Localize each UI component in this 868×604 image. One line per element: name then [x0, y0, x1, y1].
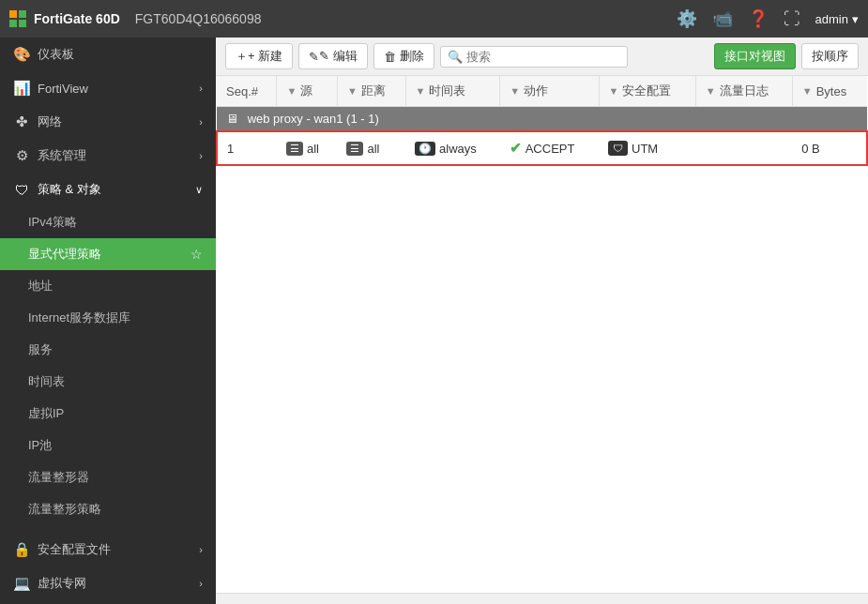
sidebar-sub-label: Internet服务数据库	[28, 310, 130, 326]
sidebar-item-label: FortiView	[38, 82, 88, 96]
policy-icon: 🛡	[13, 182, 30, 198]
policy-table: Seq.# ▼ 源 ▼ 距离	[216, 76, 868, 166]
filter-icon: ▼	[706, 85, 716, 97]
sidebar-sub-label: IPv4策略	[28, 214, 77, 231]
search-input[interactable]	[466, 50, 620, 64]
order-label: 按顺序	[812, 48, 848, 65]
cell-traffic-log	[695, 131, 792, 165]
sidebar-item-explicit-proxy[interactable]: 显式代理策略 ☆	[0, 238, 216, 270]
view-label: 接口对视图	[724, 48, 785, 65]
chevron-right-icon: ›	[199, 116, 203, 128]
chevron-right-icon: ›	[199, 150, 203, 161]
sidebar-sub-label: 地址	[28, 278, 53, 294]
network-icon: ✤	[13, 113, 30, 130]
sidebar-item-security-config[interactable]: 🔒 安全配置文件 ›	[0, 533, 216, 566]
sidebar-item-dashboard[interactable]: 🎨 仪表板	[0, 38, 216, 71]
admin-label: admin	[815, 12, 848, 26]
sidebar-item-address[interactable]: 地址	[0, 270, 216, 302]
sidebar-sub-label: 显式代理策略	[28, 246, 101, 263]
accept-check-icon: ✔	[510, 140, 522, 157]
cell-seq: 1	[217, 131, 277, 165]
search-icon: 🔍	[448, 50, 463, 64]
delete-button[interactable]: 🗑 删除	[373, 43, 434, 69]
col-schedule[interactable]: ▼ 时间表	[405, 76, 500, 107]
sidebar-item-ipv4[interactable]: IPv4策略	[0, 206, 216, 238]
admin-chevron-icon: ▾	[852, 12, 859, 26]
sidebar-item-label: 仪表板	[38, 46, 74, 63]
sidebar-sub-label: IP池	[28, 437, 52, 454]
sidebar-item-service[interactable]: 服务	[0, 334, 216, 366]
sidebar-item-vip[interactable]: 虚拟IP	[0, 398, 216, 430]
vpn-icon: 💻	[13, 575, 30, 592]
chevron-right-icon: ›	[199, 83, 203, 94]
filter-icon: ▼	[347, 85, 358, 97]
search-box[interactable]: 🔍	[440, 46, 628, 68]
order-button[interactable]: 按顺序	[801, 43, 859, 69]
filter-icon: ▼	[609, 85, 619, 97]
col-security[interactable]: ▼ 安全配置	[599, 76, 695, 107]
star-icon[interactable]: ☆	[190, 247, 203, 262]
chevron-down-icon: ∨	[195, 184, 203, 196]
top-header: FortiGate 60D FGT60D4Q16066098 ⚙️ 📹 ❓ ⛶ …	[0, 0, 868, 38]
sidebar-item-network[interactable]: ✤ 网络 ›	[0, 105, 216, 139]
sidebar-item-vpn[interactable]: 💻 虚拟专网 ›	[0, 566, 216, 600]
sidebar-item-label: 网络	[38, 113, 62, 130]
utm-icon: 🛡	[608, 141, 628, 156]
plus-icon: ＋	[236, 48, 248, 65]
col-dest[interactable]: ▼ 距离	[337, 76, 405, 107]
sidebar-item-label: 系统管理	[38, 147, 86, 164]
cell-bytes: 0 B	[792, 131, 867, 165]
table-header-row: Seq.# ▼ 源 ▼ 距离	[217, 76, 867, 107]
video-icon[interactable]: 📹	[712, 8, 733, 29]
chevron-right-icon: ›	[199, 544, 203, 555]
sidebar-sub-label: 时间表	[28, 373, 65, 390]
sidebar-item-users[interactable]: 👤 用户&设备 ›	[0, 600, 216, 604]
cell-source: ☰ all	[277, 131, 338, 165]
cell-schedule: 🕐 always	[405, 131, 500, 165]
source-icon: ☰	[286, 142, 303, 156]
toolbar-right: 接口对视图 按顺序	[714, 43, 859, 69]
logo-icon	[9, 10, 26, 27]
col-seq[interactable]: Seq.#	[217, 76, 277, 107]
col-bytes[interactable]: ▼ Bytes	[792, 76, 867, 107]
table-area: Seq.# ▼ 源 ▼ 距离	[216, 76, 868, 593]
logo: FortiGate 60D FGT60D4Q16066098	[9, 10, 261, 27]
sidebar-sub-label: 流量整形器	[28, 469, 89, 486]
system-icon: ⚙	[13, 147, 30, 164]
col-source[interactable]: ▼ 源	[277, 76, 338, 107]
sidebar-item-ip-pool[interactable]: IP池	[0, 430, 216, 461]
sidebar-sub-label: 流量整形策略	[28, 501, 101, 518]
sidebar-item-traffic-shaper[interactable]: 流量整形器	[0, 461, 216, 493]
settings-icon[interactable]: ⚙️	[677, 8, 697, 29]
horizontal-scrollbar[interactable]	[216, 593, 868, 604]
edit-icon: ✎	[309, 50, 319, 64]
sidebar-item-label: 策略 & 对象	[38, 181, 101, 198]
sidebar-item-label: 安全配置文件	[38, 541, 111, 558]
fortiview-icon: 📊	[13, 80, 30, 97]
sidebar: 🎨 仪表板 📊 FortiView › ✤ 网络 › ⚙ 系统管理 › 🛡 策略…	[0, 38, 216, 604]
filter-icon: ▼	[802, 85, 813, 97]
cell-dest: ☰ all	[337, 131, 405, 165]
toolbar: ＋ + 新建 ✎ ✎ 编辑 🗑 删除 🔍 接口对视图 按顺序	[216, 38, 868, 76]
sidebar-item-system[interactable]: ⚙ 系统管理 ›	[0, 139, 216, 173]
sidebar-sub-label: 虚拟IP	[28, 405, 64, 422]
sidebar-item-schedule[interactable]: 时间表	[0, 366, 216, 398]
schedule-icon: 🕐	[415, 142, 435, 156]
delete-icon: 🗑	[384, 50, 396, 64]
sidebar-item-fortiview[interactable]: 📊 FortiView ›	[0, 71, 216, 105]
sidebar-item-traffic-policy[interactable]: 流量整形策略	[0, 493, 216, 525]
lock-icon: 🔒	[13, 541, 30, 558]
admin-menu[interactable]: admin ▾	[815, 12, 859, 26]
col-action[interactable]: ▼ 动作	[500, 76, 599, 107]
table-row[interactable]: 1 ☰ all	[217, 131, 867, 165]
edit-button[interactable]: ✎ ✎ 编辑	[298, 43, 368, 69]
sidebar-item-internet-db[interactable]: Internet服务数据库	[0, 302, 216, 334]
sidebar-item-policy[interactable]: 🛡 策略 & 对象 ∨	[0, 173, 216, 206]
fullscreen-icon[interactable]: ⛶	[784, 9, 800, 29]
col-traffic-log[interactable]: ▼ 流量日志	[695, 76, 792, 107]
interface-view-button[interactable]: 接口对视图	[714, 43, 796, 69]
new-button[interactable]: ＋ + 新建	[225, 43, 293, 69]
content-area: ＋ + 新建 ✎ ✎ 编辑 🗑 删除 🔍 接口对视图 按顺序	[216, 38, 868, 604]
help-icon[interactable]: ❓	[748, 8, 769, 29]
device-name: FortiGate 60D	[34, 11, 120, 26]
